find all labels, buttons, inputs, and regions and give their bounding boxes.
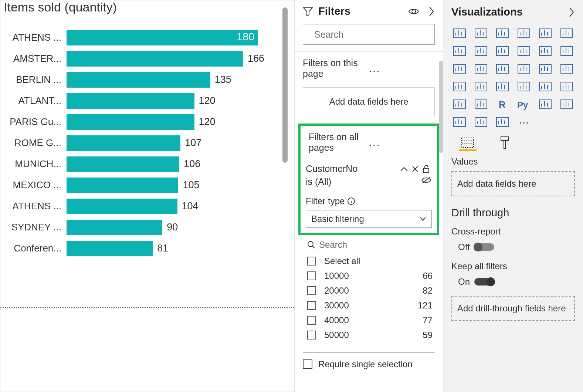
- more-icon[interactable]: ...: [369, 136, 429, 149]
- checkbox[interactable]: [307, 331, 316, 339]
- matrix-icon[interactable]: [473, 97, 489, 111]
- funnel-icon: [303, 6, 313, 17]
- values-drop[interactable]: Add data fields here: [451, 171, 575, 196]
- filter-option-row[interactable]: 4000077: [295, 313, 443, 328]
- chevron-right-icon[interactable]: [428, 6, 435, 17]
- info-icon[interactable]: [348, 197, 355, 205]
- eye-icon[interactable]: [408, 7, 419, 16]
- filters-search[interactable]: [303, 24, 435, 45]
- filter-type-dropdown[interactable]: Basic filtering: [306, 210, 432, 228]
- pie-icon[interactable]: [494, 62, 511, 75]
- card-icon[interactable]: [494, 80, 511, 93]
- column-line-icon[interactable]: [559, 26, 575, 40]
- keep-filters-label: Keep all filters: [451, 261, 575, 271]
- chart-row[interactable]: MUNICH... 106: [0, 153, 279, 175]
- checkbox[interactable]: [303, 359, 312, 369]
- filters-title: Filters: [318, 5, 408, 17]
- chart-scrollbar[interactable]: [282, 7, 288, 259]
- kpi-icon[interactable]: [537, 80, 553, 93]
- values-label: Values: [451, 156, 575, 167]
- slicer-icon[interactable]: [559, 80, 575, 93]
- filters-search-input[interactable]: [314, 29, 431, 40]
- checkbox[interactable]: [307, 286, 316, 295]
- svg-rect-36: [496, 118, 508, 126]
- filters-on-page-drop[interactable]: Add data fields here: [303, 87, 435, 116]
- clear-icon[interactable]: [410, 165, 421, 173]
- qna-icon[interactable]: [451, 115, 468, 128]
- filter-option-row[interactable]: 2000082: [295, 283, 443, 298]
- scatter-icon[interactable]: [473, 62, 489, 75]
- chart-value: 120: [194, 95, 216, 107]
- ribbon-icon[interactable]: [537, 44, 553, 57]
- more-icon[interactable]: ...: [369, 62, 435, 75]
- option-label: 30000: [324, 300, 418, 311]
- svg-rect-15: [561, 47, 573, 55]
- chart-row[interactable]: SYDNEY ... 90: [0, 217, 279, 238]
- svg-rect-4: [454, 29, 465, 38]
- chart-row[interactable]: ATLANT... 120: [0, 90, 279, 111]
- key-influencers-icon[interactable]: [537, 97, 553, 111]
- option-label: 20000: [324, 285, 423, 296]
- shape-icon[interactable]: [494, 115, 511, 128]
- checkbox[interactable]: [307, 316, 316, 325]
- chart-row[interactable]: ATHENS ... 104: [0, 196, 279, 217]
- option-count: 77: [423, 315, 433, 325]
- checkbox[interactable]: [307, 301, 316, 310]
- lock-icon[interactable]: [421, 165, 432, 173]
- paginated-icon[interactable]: [473, 115, 489, 128]
- multi-card-icon[interactable]: [516, 80, 532, 93]
- chart-row[interactable]: ROME G... 107: [0, 132, 279, 153]
- filters-on-page-header[interactable]: Filters on this page ...: [295, 51, 443, 85]
- chevron-right-icon[interactable]: [568, 7, 575, 17]
- line-clustered-icon[interactable]: [516, 44, 532, 57]
- filter-option-row[interactable]: 5000059: [295, 328, 443, 342]
- svg-rect-33: [561, 100, 573, 109]
- clustered-bar-icon[interactable]: [494, 26, 511, 40]
- table-icon[interactable]: [451, 97, 468, 111]
- clustered-column-icon[interactable]: [473, 26, 489, 40]
- format-tab[interactable]: [496, 135, 513, 151]
- stacked-bar-100-icon[interactable]: [537, 26, 553, 40]
- map-icon[interactable]: [559, 62, 575, 75]
- chart-row[interactable]: PARIS Gu... 120: [0, 111, 279, 132]
- hide-icon[interactable]: [421, 176, 432, 187]
- more-icon[interactable]: …: [516, 115, 532, 128]
- treemap-icon[interactable]: [537, 62, 553, 75]
- donut-icon[interactable]: [516, 62, 532, 75]
- chart-row[interactable]: ATHENS ... 180: [0, 27, 279, 48]
- python-icon[interactable]: Py: [516, 97, 532, 111]
- chart-visual[interactable]: Items sold (quantity) ATHENS ... 180AMST…: [0, 0, 295, 392]
- keep-filters-toggle[interactable]: On: [451, 277, 575, 287]
- collapse-icon[interactable]: [399, 166, 410, 172]
- line-icon[interactable]: [451, 44, 468, 57]
- gauge-icon[interactable]: [473, 80, 489, 93]
- r-script-icon[interactable]: R: [494, 97, 511, 111]
- filter-option-row[interactable]: 30000121: [295, 298, 443, 313]
- filters-scrollbar[interactable]: [439, 61, 443, 153]
- chart-row[interactable]: MEXICO ... 105: [0, 175, 279, 196]
- funnel-icon[interactable]: [451, 62, 468, 75]
- fields-tab[interactable]: [459, 135, 477, 151]
- chart-row[interactable]: Conferen... 81: [0, 238, 279, 259]
- filled-map-icon[interactable]: [451, 80, 468, 93]
- search-icon: [307, 241, 315, 249]
- stacked-bar-icon[interactable]: [451, 26, 468, 40]
- svg-rect-35: [475, 118, 487, 126]
- area-icon[interactable]: [473, 44, 489, 57]
- cross-report-toggle[interactable]: Off: [451, 242, 575, 252]
- chart-row[interactable]: AMSTER... 166: [0, 48, 279, 69]
- checkbox[interactable]: [307, 271, 316, 280]
- decomposition-icon[interactable]: [559, 97, 575, 111]
- drill-through-drop[interactable]: Add drill-through fields here: [451, 296, 575, 321]
- filter-field-name: CustomerNo: [306, 163, 399, 174]
- require-single-row[interactable]: Require single selection: [303, 352, 435, 369]
- filter-values-search[interactable]: Search: [303, 240, 435, 250]
- filters-on-all-header[interactable]: Filters on all pages ...: [301, 126, 437, 159]
- filter-option-row[interactable]: 1000066: [295, 268, 443, 283]
- stacked-area-icon[interactable]: [494, 44, 511, 57]
- chart-row[interactable]: BERLIN ... 135: [0, 69, 279, 90]
- stacked-column-100-icon[interactable]: [516, 26, 532, 40]
- waterfall-icon[interactable]: [559, 44, 575, 57]
- checkbox[interactable]: [307, 257, 316, 266]
- select-all-row[interactable]: Select all: [295, 254, 443, 268]
